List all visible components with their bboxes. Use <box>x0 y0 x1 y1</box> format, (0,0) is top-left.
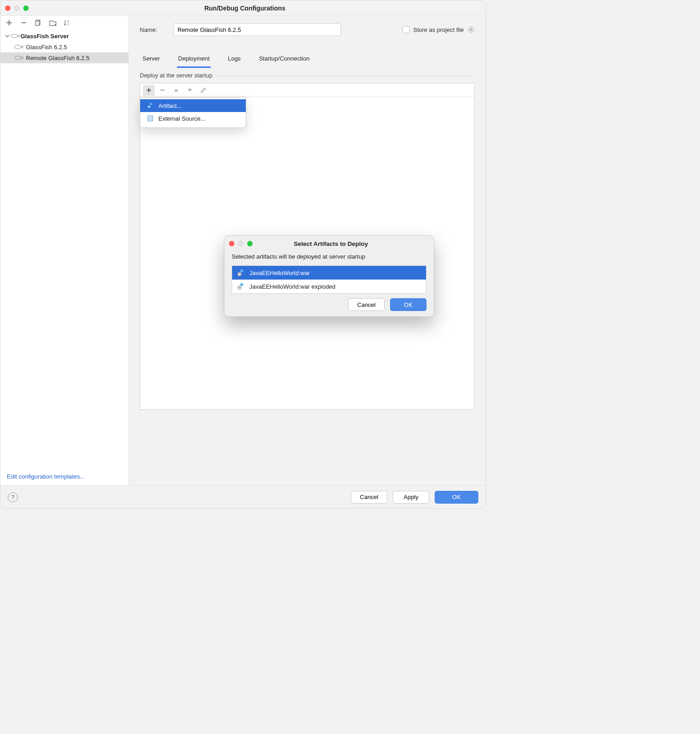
menu-item-label: External Source... <box>158 115 205 122</box>
store-as-project-file: Store as project file <box>402 26 475 33</box>
artifact-item[interactable]: JavaEEHelloWorld:war <box>232 266 426 280</box>
titlebar: Run/Debug Configurations <box>0 0 486 16</box>
store-label: Store as project file <box>413 26 464 33</box>
deploy-edit-icon[interactable] <box>198 85 209 96</box>
tree-parent-glassfish[interactable]: GlassFish Server <box>0 31 128 41</box>
tree-parent-label: GlassFish Server <box>20 33 69 40</box>
tab-startup-connection[interactable]: Startup/Connection <box>258 52 310 68</box>
tab-server[interactable]: Server <box>142 52 161 68</box>
tab-logs[interactable]: Logs <box>227 52 242 68</box>
tree-item[interactable]: Remote GlassFish 6.2.5 <box>0 52 128 63</box>
svg-text:a: a <box>67 20 69 23</box>
ok-button[interactable]: OK <box>435 491 478 504</box>
apply-button[interactable]: Apply <box>393 491 429 504</box>
svg-point-7 <box>470 29 472 31</box>
copy-config-icon[interactable] <box>34 19 42 27</box>
deploy-add-menu: Artifact... External Source... <box>140 97 246 128</box>
glassfish-icon <box>14 55 24 61</box>
popup-title: Select Artifacts to Deploy <box>233 240 429 247</box>
tabs: Server Deployment Logs Startup/Connectio… <box>140 52 475 68</box>
deploy-move-down-icon[interactable] <box>184 85 196 96</box>
svg-point-5 <box>15 45 21 49</box>
add-config-icon[interactable] <box>5 19 13 27</box>
glassfish-icon <box>10 33 20 39</box>
menu-item-external-source[interactable]: External Source... <box>140 112 246 125</box>
sidebar-toolbar: az <box>0 16 128 30</box>
svg-rect-8 <box>149 102 152 106</box>
gear-icon[interactable] <box>467 26 475 33</box>
menu-item-label: Artifact... <box>158 102 182 109</box>
main-panel: Name: Store as project file Server Deplo… <box>129 16 486 485</box>
popup-message: Selected artifacts will be deployed at s… <box>224 251 434 264</box>
svg-rect-1 <box>36 21 39 25</box>
popup-ok-button[interactable]: OK <box>390 298 426 311</box>
artifact-item-label: JavaEEHelloWorld:war exploded <box>249 283 335 290</box>
cancel-button[interactable]: Cancel <box>351 491 387 504</box>
deploy-list: Artifact... External Source... Nothing t… <box>140 83 475 410</box>
external-source-icon <box>147 115 154 122</box>
dialog-footer: ? Cancel Apply OK <box>0 485 486 508</box>
window-title: Run/Debug Configurations <box>9 5 481 12</box>
config-tree: GlassFish Server GlassFish 6.2.5 Remote … <box>0 30 128 64</box>
edit-templates-link[interactable]: Edit configuration templates... <box>0 468 128 485</box>
svg-text:z: z <box>67 23 69 26</box>
artifact-icon <box>237 282 245 291</box>
sort-alpha-icon[interactable]: az <box>63 19 71 27</box>
artifact-item-label: JavaEEHelloWorld:war <box>249 270 310 276</box>
deploy-move-up-icon[interactable] <box>170 85 182 96</box>
artifact-item[interactable]: JavaEEHelloWorld:war exploded <box>232 280 426 293</box>
tree-item-label: GlassFish 6.2.5 <box>26 44 67 51</box>
artifact-icon <box>147 102 154 109</box>
help-icon[interactable]: ? <box>8 492 18 502</box>
tree-item[interactable]: GlassFish 6.2.5 <box>0 41 128 52</box>
artifact-icon <box>237 269 245 277</box>
deploy-group-title: Deploy at the server startup <box>140 72 217 79</box>
deploy-toolbar: Artifact... External Source... <box>140 83 474 97</box>
svg-point-6 <box>15 56 21 60</box>
popup-titlebar: Select Artifacts to Deploy <box>224 236 434 251</box>
dialog-window: Run/Debug Configurations az <box>0 0 486 509</box>
deploy-group: Deploy at the server startup <box>140 76 475 76</box>
name-label: Name: <box>140 26 165 33</box>
svg-point-12 <box>238 272 241 276</box>
deploy-add-icon[interactable] <box>143 85 155 96</box>
popup-cancel-button[interactable]: Cancel <box>348 298 385 311</box>
chevron-down-icon <box>5 34 10 38</box>
sidebar: az GlassFish Server Glas <box>0 16 129 485</box>
menu-item-artifact[interactable]: Artifact... <box>140 99 246 112</box>
remove-config-icon[interactable] <box>20 19 28 27</box>
select-artifacts-dialog: Select Artifacts to Deploy Selected arti… <box>224 235 434 317</box>
glassfish-icon <box>14 44 24 50</box>
store-checkbox[interactable] <box>402 26 410 33</box>
tab-deployment[interactable]: Deployment <box>177 52 210 68</box>
popup-buttons: Cancel OK <box>224 298 434 311</box>
name-row: Name: Store as project file <box>140 23 475 36</box>
artifact-list: JavaEEHelloWorld:war JavaEEHelloWorld:wa… <box>232 265 426 294</box>
svg-point-4 <box>11 34 17 38</box>
body: az GlassFish Server Glas <box>0 16 486 485</box>
svg-point-14 <box>238 286 241 290</box>
svg-rect-9 <box>147 105 151 108</box>
name-input[interactable] <box>173 23 341 36</box>
save-template-icon[interactable] <box>49 19 57 27</box>
tree-item-label: Remote GlassFish 6.2.5 <box>26 55 89 61</box>
deploy-remove-icon[interactable] <box>157 85 168 96</box>
